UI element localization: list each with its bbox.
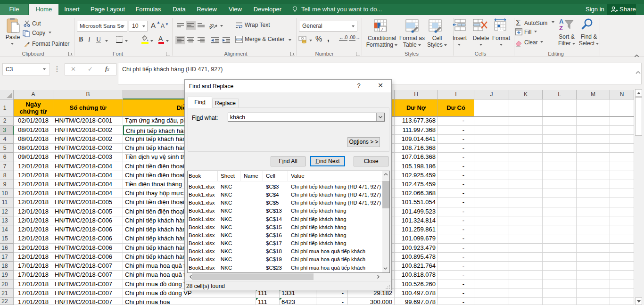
svg-text:≠: ≠: [381, 27, 384, 32]
svg-text:ab: ab: [209, 22, 215, 29]
